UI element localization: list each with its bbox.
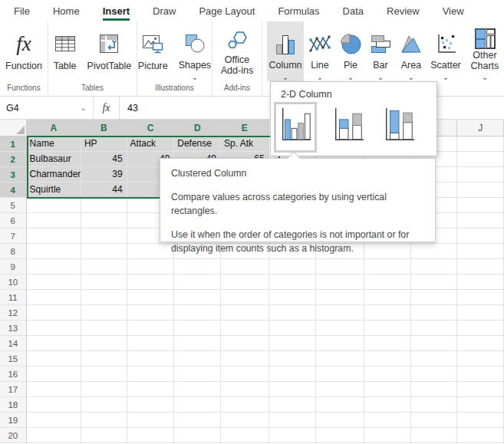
- cell-D11[interactable]: [174, 290, 221, 305]
- other-charts-button[interactable]: Other Charts ⌄: [465, 21, 504, 81]
- cell-J20[interactable]: [457, 428, 504, 443]
- cell-G10[interactable]: [316, 275, 364, 290]
- row-header-16[interactable]: 16: [0, 367, 27, 382]
- cell-A18[interactable]: [27, 397, 81, 413]
- tab-data[interactable]: Data: [343, 0, 364, 21]
- cell-H10[interactable]: [364, 275, 411, 290]
- cell-G9[interactable]: [316, 259, 364, 275]
- cell-A8[interactable]: [27, 244, 81, 259]
- cell-E17[interactable]: [221, 382, 269, 397]
- row-header-14[interactable]: 14: [0, 336, 27, 351]
- cell-C17[interactable]: [127, 382, 175, 397]
- cell-F12[interactable]: [269, 305, 317, 321]
- cell-I20[interactable]: [411, 428, 458, 443]
- tab-review[interactable]: Review: [387, 0, 420, 21]
- cell-H9[interactable]: [364, 259, 411, 275]
- cell-J15[interactable]: [457, 351, 504, 367]
- cell-G20[interactable]: [316, 428, 364, 443]
- cell-D10[interactable]: [174, 275, 221, 290]
- cell-C11[interactable]: [127, 290, 175, 305]
- column-header-B[interactable]: B: [81, 120, 127, 136]
- pie-chart-button[interactable]: Pie ⌄: [336, 21, 365, 81]
- tab-formulas[interactable]: Formulas: [278, 0, 319, 21]
- cell-I15[interactable]: [411, 351, 458, 367]
- column-header-C[interactable]: C: [127, 120, 175, 136]
- cell-A20[interactable]: [27, 428, 81, 443]
- cell-H20[interactable]: [364, 428, 411, 443]
- cell-J7[interactable]: [457, 229, 504, 244]
- cell-B18[interactable]: [81, 397, 127, 413]
- tab-draw[interactable]: Draw: [153, 0, 176, 21]
- cell-E20[interactable]: [221, 428, 269, 443]
- row-header-1[interactable]: 1: [0, 136, 27, 152]
- cell-G14[interactable]: [316, 336, 364, 351]
- cell-E13[interactable]: [221, 321, 269, 336]
- cell-F10[interactable]: [269, 275, 317, 290]
- cell-B16[interactable]: [81, 367, 127, 382]
- cell-H15[interactable]: [364, 351, 411, 367]
- cell-J17[interactable]: [457, 382, 504, 397]
- cell-J12[interactable]: [457, 305, 504, 321]
- cell-B7[interactable]: [81, 229, 127, 244]
- cell-J16[interactable]: [457, 367, 504, 382]
- cell-A4[interactable]: Squirtle: [27, 183, 81, 198]
- cell-C8[interactable]: [127, 244, 175, 259]
- cell-B8[interactable]: [81, 244, 127, 259]
- cell-J3[interactable]: [457, 167, 504, 183]
- column-header-E[interactable]: E: [221, 120, 269, 136]
- cell-F9[interactable]: [269, 259, 317, 275]
- cell-J14[interactable]: [457, 336, 504, 351]
- cell-J6[interactable]: [457, 213, 504, 229]
- row-header-3[interactable]: 3: [0, 167, 27, 183]
- cell-F18[interactable]: [269, 397, 317, 413]
- cell-A12[interactable]: [27, 305, 81, 321]
- tab-page-layout[interactable]: Page Layout: [199, 0, 255, 21]
- cell-E15[interactable]: [221, 351, 269, 367]
- row-header-20[interactable]: 20: [0, 428, 27, 443]
- cell-A9[interactable]: [27, 259, 81, 275]
- cell-I11[interactable]: [411, 290, 458, 305]
- cell-J2[interactable]: [457, 152, 504, 167]
- cell-E1[interactable]: Sp. Atk: [221, 136, 269, 152]
- pivot-table-button[interactable]: PivotTable: [82, 21, 137, 81]
- cell-H11[interactable]: [364, 290, 411, 305]
- cell-C15[interactable]: [127, 351, 175, 367]
- bar-chart-button[interactable]: Bar ⌄: [365, 21, 396, 81]
- cell-F17[interactable]: [269, 382, 317, 397]
- cell-B2[interactable]: 45: [81, 152, 127, 167]
- cell-D1[interactable]: Defense: [174, 136, 221, 152]
- cell-B13[interactable]: [81, 321, 127, 336]
- cell-B11[interactable]: [81, 290, 127, 305]
- row-header-7[interactable]: 7: [0, 229, 27, 244]
- cell-J8[interactable]: [457, 244, 504, 259]
- cell-F13[interactable]: [269, 321, 317, 336]
- cell-D20[interactable]: [174, 428, 221, 443]
- table-button[interactable]: Table: [48, 21, 82, 81]
- cell-G12[interactable]: [316, 305, 364, 321]
- row-header-11[interactable]: 11: [0, 290, 27, 305]
- cell-E9[interactable]: [221, 259, 269, 275]
- cell-I16[interactable]: [411, 367, 458, 382]
- cell-E11[interactable]: [221, 290, 269, 305]
- cell-A14[interactable]: [27, 336, 81, 351]
- scatter-chart-button[interactable]: Scatter ⌄: [427, 21, 465, 81]
- column-chart-button[interactable]: Column ⌄: [267, 21, 304, 81]
- cell-F19[interactable]: [269, 413, 317, 428]
- tab-insert[interactable]: Insert: [103, 0, 130, 21]
- cell-A5[interactable]: [27, 198, 81, 213]
- cell-E19[interactable]: [221, 413, 269, 428]
- cell-A7[interactable]: [27, 229, 81, 244]
- chart-option-100-stacked-column[interactable]: [380, 106, 418, 149]
- cell-I10[interactable]: [411, 275, 458, 290]
- row-header-4[interactable]: 4: [0, 183, 27, 198]
- cell-C9[interactable]: [127, 259, 175, 275]
- cell-J11[interactable]: [457, 290, 504, 305]
- chart-option-stacked-column[interactable]: [329, 106, 367, 149]
- row-header-9[interactable]: 9: [0, 259, 27, 275]
- cell-D17[interactable]: [174, 382, 221, 397]
- cell-H17[interactable]: [364, 382, 411, 397]
- cell-F16[interactable]: [269, 367, 317, 382]
- cell-B14[interactable]: [81, 336, 127, 351]
- row-header-2[interactable]: 2: [0, 152, 27, 167]
- cell-A10[interactable]: [27, 275, 81, 290]
